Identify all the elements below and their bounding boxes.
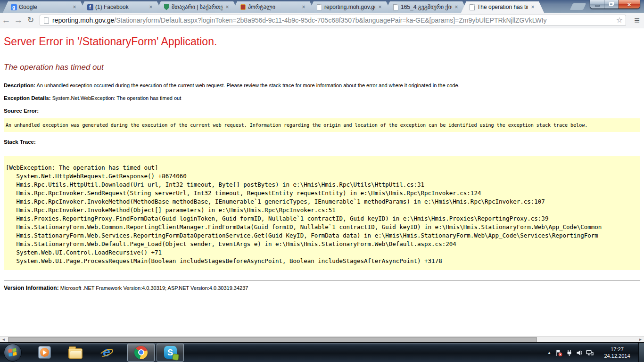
description-line: Description: An unhandled exception occu… bbox=[4, 82, 640, 88]
taskbar-internet-explorer-button[interactable]: e bbox=[96, 343, 117, 362]
browser-window: g Google × f (1) Facebook × მთავარი | სა… bbox=[0, 0, 644, 362]
shield-favicon-icon bbox=[163, 4, 170, 10]
skype-badge bbox=[172, 354, 179, 361]
clock-date: 24.12.2014 bbox=[599, 353, 636, 359]
tab-title: პორტალი bbox=[248, 4, 299, 10]
tab-title: Google bbox=[19, 4, 70, 10]
tab-165-4[interactable]: 165_4 გეგმიური ქირ × bbox=[385, 1, 468, 13]
stack-trace-box: [WebException: The operation has timed o… bbox=[4, 156, 640, 270]
tab-title: მთავარი | საქართვე bbox=[172, 4, 223, 10]
skype-icon: S bbox=[164, 346, 177, 359]
taskbar-media-player-button[interactable] bbox=[34, 343, 55, 362]
tab-title: The operation has tim bbox=[477, 4, 528, 10]
tab-close-icon[interactable]: × bbox=[72, 4, 77, 10]
chrome-icon bbox=[134, 346, 148, 359]
tab-title: 165_4 გეგმიური ქირ bbox=[401, 4, 452, 10]
source-error-line: Source Error: bbox=[4, 108, 640, 114]
power-plug-icon[interactable] bbox=[564, 343, 574, 362]
tab-facebook[interactable]: f (1) Facebook × bbox=[79, 1, 162, 13]
version-label: Version Information: bbox=[4, 285, 59, 291]
restore-button[interactable] bbox=[604, 0, 619, 8]
facebook-favicon-icon: f bbox=[87, 4, 93, 10]
url-path: /Stationaryform/Default.aspx?loginToken=… bbox=[114, 16, 546, 24]
version-text: Microsoft .NET Framework Version:4.0.303… bbox=[59, 285, 248, 291]
divider bbox=[4, 54, 640, 54]
chrome-menu-icon[interactable]: ≡ bbox=[630, 15, 644, 26]
action-center-flag-icon[interactable] bbox=[553, 343, 564, 362]
description-text: An unhandled exception occurred during t… bbox=[35, 82, 459, 88]
stack-trace-label: Stack Trace: bbox=[4, 139, 36, 145]
media-player-icon bbox=[38, 346, 51, 359]
emblem-favicon-icon bbox=[239, 4, 246, 10]
reload-button[interactable]: ↻ bbox=[25, 14, 37, 26]
tab-strip: g Google × f (1) Facebook × მთავარი | სა… bbox=[0, 0, 644, 13]
back-button[interactable]: ← bbox=[0, 14, 12, 26]
stack-trace-line: Stack Trace: bbox=[4, 139, 640, 145]
description-label: Description: bbox=[4, 82, 35, 88]
exception-label: Exception Details: bbox=[4, 95, 51, 101]
google-favicon-icon: g bbox=[10, 4, 17, 10]
page-icon bbox=[44, 17, 49, 24]
network-icon[interactable] bbox=[585, 343, 595, 362]
tab-close-icon[interactable]: × bbox=[301, 4, 306, 10]
browser-toolbar: ← → ↻ reporting.moh.gov.ge/Stationaryfor… bbox=[0, 13, 644, 28]
close-icon: × bbox=[627, 1, 631, 8]
tab-close-icon[interactable]: × bbox=[454, 4, 459, 10]
horizontal-scrollbar[interactable]: ◄ ► bbox=[0, 336, 644, 342]
tab-close-icon[interactable]: × bbox=[148, 4, 154, 10]
url-host: reporting.moh.gov.ge bbox=[52, 16, 114, 24]
page-favicon-icon bbox=[469, 4, 475, 10]
start-button[interactable] bbox=[4, 344, 22, 362]
page-favicon-icon bbox=[392, 4, 399, 10]
tab-close-icon[interactable]: × bbox=[530, 4, 536, 10]
taskbar-explorer-button[interactable] bbox=[65, 343, 86, 362]
windows-logo-icon bbox=[8, 348, 17, 357]
divider bbox=[4, 280, 640, 281]
error-title: Server Error in '/StationaryForm' Applic… bbox=[4, 35, 640, 48]
exception-text: System.Net.WebException: The operation h… bbox=[51, 95, 182, 101]
internet-explorer-icon: e bbox=[99, 346, 114, 360]
tray-expand-icon[interactable]: ▲ bbox=[545, 351, 553, 355]
url-text: reporting.moh.gov.ge/Stationaryform/Defa… bbox=[52, 16, 547, 24]
taskbar: e S ▲ bbox=[0, 342, 644, 362]
folder-icon bbox=[68, 348, 83, 359]
system-tray: ▲ 17:27 24.12.2014 bbox=[545, 343, 644, 362]
source-error-label: Source Error: bbox=[4, 108, 39, 114]
taskbar-skype-button[interactable]: S bbox=[157, 344, 184, 362]
restore-icon bbox=[609, 2, 613, 6]
tab-close-icon[interactable]: × bbox=[224, 4, 230, 10]
forward-button[interactable]: → bbox=[12, 14, 25, 26]
tab-close-icon[interactable]: × bbox=[377, 4, 383, 10]
bookmark-star-icon[interactable]: ☆ bbox=[616, 16, 623, 25]
clock-time: 17:27 bbox=[599, 346, 636, 353]
page-content: Server Error in '/StationaryForm' Applic… bbox=[0, 28, 644, 336]
volume-speaker-icon[interactable] bbox=[574, 343, 585, 362]
address-bar[interactable]: reporting.moh.gov.ge/Stationaryform/Defa… bbox=[40, 15, 626, 26]
tab-reporting[interactable]: reporting.moh.gov.ge × bbox=[308, 1, 391, 13]
close-button[interactable]: × bbox=[619, 0, 640, 8]
tab-title: (1) Facebook bbox=[95, 4, 146, 10]
minimize-button[interactable] bbox=[590, 0, 604, 8]
show-desktop-button[interactable] bbox=[638, 343, 644, 362]
tab-title: reporting.moh.gov.ge bbox=[324, 4, 375, 10]
exception-details-line: Exception Details: System.Net.WebExcepti… bbox=[4, 95, 640, 101]
taskbar-clock[interactable]: 17:27 24.12.2014 bbox=[599, 346, 636, 359]
stack-trace-text: [WebException: The operation has timed o… bbox=[6, 164, 640, 265]
window-controls: × bbox=[590, 0, 640, 9]
version-information-line: Version Information: Microsoft .NET Fram… bbox=[4, 285, 640, 291]
tab-active-operation-timed-out[interactable]: The operation has tim × bbox=[461, 1, 544, 13]
error-subtitle: The operation has timed out bbox=[4, 63, 640, 72]
minimize-icon bbox=[595, 5, 600, 7]
source-error-box: An unhandled exception was generated dur… bbox=[4, 118, 640, 132]
tab-google[interactable]: g Google × bbox=[3, 1, 86, 13]
tab-mtavari[interactable]: მთავარი | საქართვე × bbox=[156, 1, 239, 13]
new-tab-button[interactable] bbox=[570, 3, 586, 10]
tab-portali[interactable]: პორტალი × bbox=[232, 1, 315, 13]
scrollbar-thumb[interactable] bbox=[8, 337, 537, 342]
taskbar-chrome-button[interactable] bbox=[127, 344, 155, 362]
page-favicon-icon bbox=[316, 4, 322, 10]
